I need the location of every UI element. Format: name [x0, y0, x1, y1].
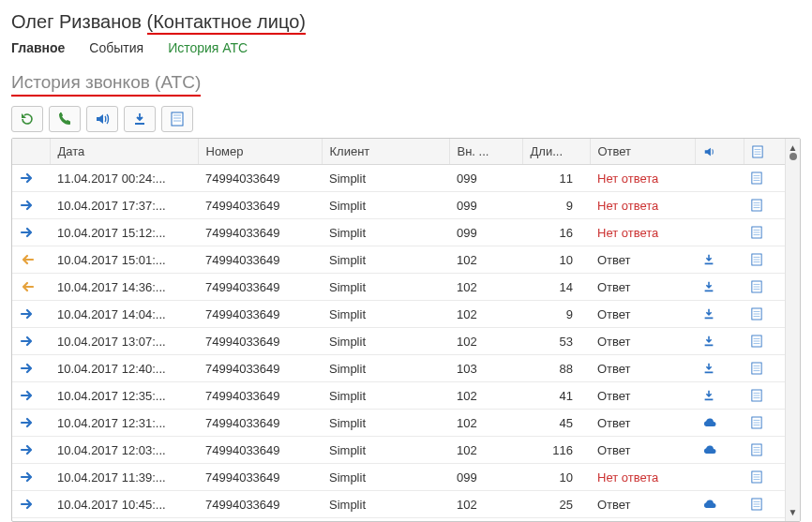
scroll-down-arrow[interactable]: ▼: [789, 507, 798, 517]
table-row[interactable]: 10.04.2017 14:36:...74994033649Simplit10…: [12, 274, 785, 301]
cell-answer: Ответ: [590, 246, 695, 274]
table-row[interactable]: 10.04.2017 17:37:...74994033649Simplit09…: [12, 192, 785, 219]
table-row[interactable]: 10.04.2017 14:04:...74994033649Simplit10…: [12, 301, 785, 328]
table-row[interactable]: 10.04.2017 10:45:...74994033649Simplit10…: [12, 491, 785, 518]
col-header-answer[interactable]: Ответ: [590, 139, 695, 165]
document-icon: [751, 470, 762, 484]
cell-date: 10.04.2017 13:07:...: [50, 328, 198, 355]
tab-ats-history[interactable]: История АТС: [168, 40, 248, 55]
col-header-client[interactable]: Клиент: [322, 139, 449, 165]
cell-audio-action[interactable]: [695, 437, 744, 464]
call-button[interactable]: [49, 106, 81, 132]
cell-doc-action[interactable]: [744, 491, 785, 518]
cell-direction: [12, 192, 50, 219]
vertical-scrollbar[interactable]: ▲ ▼: [785, 139, 800, 521]
arrow-right-icon: [20, 171, 35, 186]
arrow-right-icon: [20, 361, 35, 376]
cell-doc-action[interactable]: [744, 410, 785, 437]
speaker-icon: [703, 145, 716, 158]
arrow-right-icon: [20, 442, 35, 457]
cell-doc-action[interactable]: [744, 301, 785, 328]
col-header-audio[interactable]: [695, 139, 744, 165]
cell-direction: [12, 437, 50, 464]
cell-doc-action[interactable]: [744, 382, 785, 410]
cell-number: 74994033649: [198, 437, 322, 464]
speaker-icon: [95, 112, 110, 127]
tab-main[interactable]: Главное: [11, 40, 65, 55]
col-header-date[interactable]: Дата: [50, 139, 198, 165]
cell-doc-action[interactable]: [744, 437, 785, 464]
cell-duration: 10: [522, 246, 590, 274]
cell-duration: 10: [522, 464, 590, 491]
table-row[interactable]: 10.04.2017 12:03:...74994033649Simplit10…: [12, 437, 785, 464]
table-row[interactable]: 10.04.2017 12:31:...74994033649Simplit10…: [12, 410, 785, 437]
tab-bar: Главное События История АТС: [11, 40, 801, 55]
cell-ext: 103: [449, 355, 522, 382]
cell-doc-action[interactable]: [744, 464, 785, 491]
cell-audio-action[interactable]: [695, 165, 744, 192]
cell-audio-action[interactable]: [695, 274, 744, 301]
play-audio-button[interactable]: [86, 106, 118, 132]
cell-audio-action[interactable]: [695, 382, 744, 410]
toolbar: [11, 106, 801, 132]
document-icon: [751, 172, 762, 185]
tab-events[interactable]: События: [89, 40, 143, 55]
document-icon: [751, 253, 762, 266]
cell-doc-action[interactable]: [744, 274, 785, 301]
col-header-duration[interactable]: Дли...: [522, 139, 590, 165]
table-row[interactable]: 10.04.2017 13:07:...74994033649Simplit10…: [12, 328, 785, 355]
download-icon: [702, 280, 715, 293]
cloud-icon: [702, 499, 717, 510]
cell-ext: 102: [449, 410, 522, 437]
table-row[interactable]: 11.04.2017 00:24:...74994033649Simplit09…: [12, 165, 785, 192]
refresh-button[interactable]: [11, 106, 43, 132]
cell-doc-action[interactable]: [744, 355, 785, 382]
col-header-doc[interactable]: [744, 139, 785, 165]
cell-duration: 16: [522, 219, 590, 246]
cell-audio-action[interactable]: [695, 491, 744, 518]
col-header-number[interactable]: Номер: [198, 139, 322, 165]
cell-audio-action[interactable]: [695, 192, 744, 219]
table-row[interactable]: 10.04.2017 11:39:...74994033649Simplit09…: [12, 464, 785, 491]
cell-client: Simplit: [322, 437, 449, 464]
table-row[interactable]: 10.04.2017 15:12:...74994033649Simplit09…: [12, 219, 785, 246]
cell-doc-action[interactable]: [744, 246, 785, 274]
scroll-up-arrow[interactable]: ▲: [789, 142, 798, 153]
cell-ext: 102: [449, 491, 522, 518]
col-header-direction[interactable]: [12, 139, 50, 165]
cell-answer: Нет ответа: [590, 165, 695, 192]
phone-icon: [57, 112, 72, 127]
table-row[interactable]: 10.04.2017 12:35:...74994033649Simplit10…: [12, 382, 785, 410]
cell-audio-action[interactable]: [695, 328, 744, 355]
col-header-ext[interactable]: Вн. ...: [449, 139, 522, 165]
arrow-right-icon: [20, 470, 35, 485]
table-row[interactable]: 10.04.2017 15:01:...74994033649Simplit10…: [12, 246, 785, 274]
cell-audio-action[interactable]: [695, 246, 744, 274]
cell-number: 74994033649: [198, 355, 322, 382]
svg-rect-36: [705, 345, 714, 347]
arrow-right-icon: [20, 388, 35, 403]
document-icon: [751, 416, 762, 429]
document-button[interactable]: [161, 106, 193, 132]
cell-doc-action[interactable]: [744, 192, 785, 219]
cell-number: 74994033649: [198, 192, 322, 219]
cell-date: 10.04.2017 12:31:...: [50, 410, 198, 437]
cell-doc-action[interactable]: [744, 165, 785, 192]
document-icon: [751, 226, 762, 239]
cell-audio-action[interactable]: [695, 410, 744, 437]
cell-number: 74994033649: [198, 464, 322, 491]
cell-audio-action[interactable]: [695, 464, 744, 491]
cell-doc-action[interactable]: [744, 219, 785, 246]
download-button[interactable]: [124, 106, 156, 132]
cell-number: 74994033649: [198, 491, 322, 518]
document-icon: [751, 443, 762, 456]
cell-audio-action[interactable]: [695, 355, 744, 382]
table-row[interactable]: 10.04.2017 12:40:...74994033649Simplit10…: [12, 355, 785, 382]
download-icon: [702, 307, 715, 321]
cell-audio-action[interactable]: [695, 219, 744, 246]
scroll-thumb-top[interactable]: [789, 153, 797, 160]
document-icon: [751, 307, 762, 321]
cell-audio-action[interactable]: [695, 301, 744, 328]
cell-client: Simplit: [322, 328, 449, 355]
cell-doc-action[interactable]: [744, 328, 785, 355]
